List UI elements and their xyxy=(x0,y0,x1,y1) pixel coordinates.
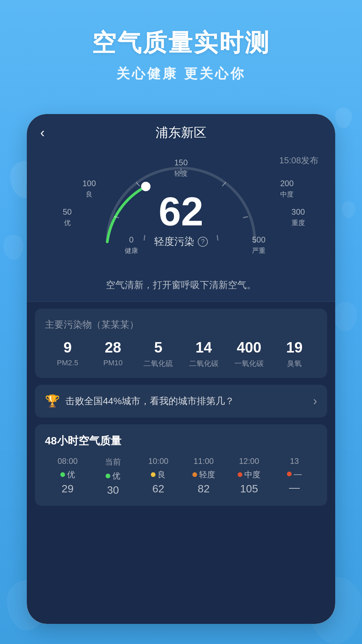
pollutant-value: 9 xyxy=(45,339,90,356)
gauge-container: 150轻度 100良 200中度 50优 300重度 0健康 500严重 62 … xyxy=(40,155,322,262)
time-slot: 12:00 中度 105 xyxy=(226,457,272,496)
quality-label: 良 xyxy=(158,469,166,480)
nav-bar: ‹ 浦东新区 xyxy=(27,114,335,148)
quality-label: 轻度 xyxy=(199,469,215,480)
time-value: 30 xyxy=(90,484,135,496)
time-slot: 10:00 良 62 xyxy=(136,457,181,496)
pollutant-item: 9 PM2.5 xyxy=(45,339,90,369)
time-slot: 当前 优 30 xyxy=(90,457,135,496)
label-200: 200中度 xyxy=(280,178,294,199)
pollutant-name: 臭氧 xyxy=(272,359,317,369)
pollutant-name: PM2.5 xyxy=(45,359,90,367)
header-area: 空气质量实时测 关心健康 更关心你 xyxy=(0,27,362,83)
time-value: — xyxy=(272,481,317,494)
time-slot: 11:00 轻度 82 xyxy=(181,457,226,496)
pollutant-name: 二氧化硫 xyxy=(136,359,181,369)
quality-label: 中度 xyxy=(244,469,260,480)
hours-timeline: 08:00 优 29 当前 优 30 10:00 良 62 11:00 轻度 8… xyxy=(45,457,317,496)
time-value: 29 xyxy=(45,483,90,495)
pollutant-value: 14 xyxy=(181,339,226,356)
label-0: 0健康 xyxy=(125,234,138,255)
quality-dot xyxy=(238,472,242,477)
trophy-arrow-icon: › xyxy=(313,394,317,408)
time-quality: 优 xyxy=(45,469,90,480)
label-300: 300重度 xyxy=(292,207,305,227)
pollutant-name: 二氧化碳 xyxy=(181,359,226,369)
pollutant-value: 5 xyxy=(136,339,181,356)
time-quality: — xyxy=(272,469,317,479)
quality-dot xyxy=(106,474,110,478)
time-label: 10:00 xyxy=(136,457,181,466)
time-quality: 优 xyxy=(90,471,135,481)
label-50: 50优 xyxy=(63,207,72,227)
nav-title: 浦东新区 xyxy=(156,124,206,141)
time-label: 08:00 xyxy=(45,457,90,466)
trophy-left: 🏆 击败全国44%城市，看我的城市排第几？ xyxy=(45,394,234,408)
hours-title: 48小时空气质量 xyxy=(45,434,317,448)
pollutant-name: PM10 xyxy=(90,359,135,367)
time-quality: 良 xyxy=(136,469,181,480)
pollutant-item: 400 一氧化碳 xyxy=(226,339,272,369)
time-quality: 中度 xyxy=(226,469,272,480)
pollutant-item: 5 二氧化硫 xyxy=(136,339,181,369)
pollutant-value: 400 xyxy=(226,339,272,356)
time-value: 105 xyxy=(226,483,272,495)
quality-label: 优 xyxy=(67,469,75,480)
quality-dot xyxy=(151,472,156,477)
trophy-icon: 🏆 xyxy=(45,394,60,408)
pollutant-item: 14 二氧化碳 xyxy=(181,339,226,369)
pollutants-grid: 9 PM2.5 28 PM10 5 二氧化硫 14 二氧化碳 400 一氧化碳 … xyxy=(45,339,317,369)
gauge-value: 62 xyxy=(154,191,208,231)
quality-dot xyxy=(60,472,65,477)
gauge-section: 15:08发布 xyxy=(27,148,335,272)
time-slot: 08:00 优 29 xyxy=(45,457,90,496)
sub-title: 关心健康 更关心你 xyxy=(0,64,362,83)
pollutants-subtitle: （某某某） xyxy=(92,319,139,330)
info-icon[interactable]: ? xyxy=(198,236,208,247)
hours-card: 48小时空气质量 08:00 优 29 当前 优 30 10:00 良 62 1… xyxy=(35,424,327,506)
label-150: 150轻度 xyxy=(174,157,188,178)
quality-dot xyxy=(192,472,197,477)
time-label: 13 xyxy=(272,457,317,466)
label-500: 500严重 xyxy=(252,234,265,255)
pollutant-item: 19 臭氧 xyxy=(272,339,317,369)
back-button[interactable]: ‹ xyxy=(40,125,45,140)
label-100: 100良 xyxy=(82,178,96,199)
advice-text: 空气清新，打开窗呼吸下清新空气。 xyxy=(27,272,335,302)
time-label: 12:00 xyxy=(226,457,272,466)
pollutants-title: 主要污染物（某某某） xyxy=(45,318,317,331)
time-value: 62 xyxy=(136,483,181,495)
phone-inner: ‹ 浦东新区 15:08发布 xyxy=(27,114,335,624)
time-value: 82 xyxy=(181,483,226,495)
quality-dot xyxy=(287,472,292,476)
pollutant-name: 一氧化碳 xyxy=(226,359,272,369)
main-title: 空气质量实时测 xyxy=(0,27,362,59)
gauge-status: 轻度污染 ? xyxy=(154,235,208,249)
quality-label: — xyxy=(294,469,302,479)
gauge-center: 62 轻度污染 ? xyxy=(154,191,208,249)
phone-mock: ‹ 浦东新区 15:08发布 xyxy=(27,114,335,624)
scroll-content[interactable]: 主要污染物（某某某） 9 PM2.5 28 PM10 5 二氧化硫 14 二氧化… xyxy=(27,302,335,624)
quality-label: 优 xyxy=(112,471,120,481)
time-label: 当前 xyxy=(90,457,135,467)
pollutant-value: 28 xyxy=(90,339,135,356)
gauge-status-text: 轻度污染 xyxy=(154,235,194,249)
pollutant-item: 28 PM10 xyxy=(90,339,135,369)
pollutant-value: 19 xyxy=(272,339,317,356)
time-slot: 13 — — xyxy=(272,457,317,496)
trophy-text: 击败全国44%城市，看我的城市排第几？ xyxy=(65,395,234,408)
pollutants-card: 主要污染物（某某某） 9 PM2.5 28 PM10 5 二氧化硫 14 二氧化… xyxy=(35,309,327,378)
time-quality: 轻度 xyxy=(181,469,226,480)
trophy-card[interactable]: 🏆 击败全国44%城市，看我的城市排第几？ › xyxy=(35,385,327,418)
time-label: 11:00 xyxy=(181,457,226,466)
